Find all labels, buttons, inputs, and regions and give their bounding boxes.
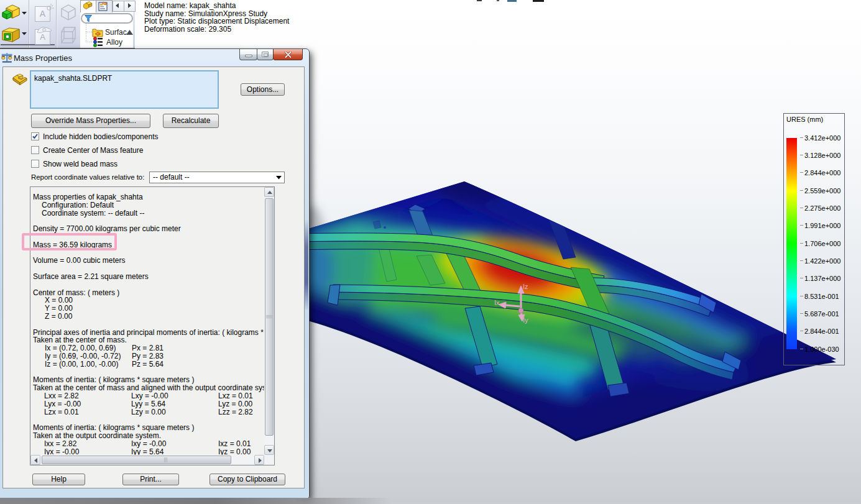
svg-text:Iy: Iy [523,316,528,324]
svg-text:Iz: Iz [523,283,528,290]
svg-text:Ix: Ix [494,299,500,306]
